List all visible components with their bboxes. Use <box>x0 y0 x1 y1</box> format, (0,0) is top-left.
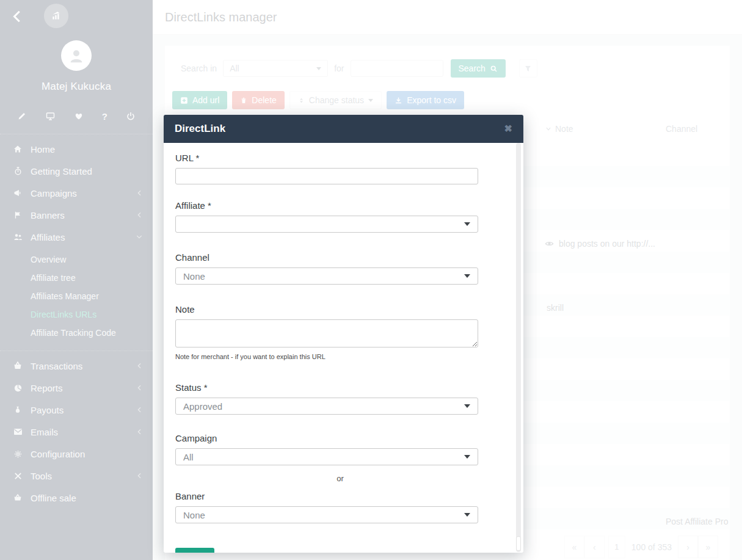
campaign-field-group: Campaign All <box>175 433 478 465</box>
banner-label: Banner <box>175 491 478 501</box>
campaign-label: Campaign <box>175 433 478 443</box>
note-hint: Note for merchant - if you want to expla… <box>175 353 478 360</box>
status-field-group: Status * Approved <box>175 382 478 415</box>
url-input[interactable] <box>175 168 478 184</box>
status-label: Status * <box>175 382 478 393</box>
note-field-group: Note Note for merchant - if you want to … <box>175 304 478 360</box>
affiliate-label: Affiliate * <box>175 200 478 211</box>
chevron-down-icon <box>464 455 470 459</box>
save-button[interactable]: Save <box>175 548 214 553</box>
banner-field-group: Banner None <box>175 491 478 523</box>
modal-body: URL * Affiliate * Channel None Note Note… <box>164 143 523 553</box>
note-label: Note <box>175 304 478 315</box>
modal-title: DirectLink <box>175 123 504 135</box>
chevron-down-icon <box>464 274 470 278</box>
chevron-down-icon <box>464 513 470 517</box>
banner-select[interactable]: None <box>175 506 478 523</box>
status-select[interactable]: Approved <box>175 398 478 415</box>
url-field-group: URL * <box>175 153 478 184</box>
campaign-select[interactable]: All <box>175 448 478 465</box>
directlink-modal: DirectLink ✖ URL * Affiliate * Channel N… <box>164 115 523 553</box>
modal-header: DirectLink ✖ <box>164 115 523 143</box>
channel-label: Channel <box>175 252 478 263</box>
modal-scrollbar[interactable] <box>516 143 521 552</box>
or-separator: or <box>175 474 505 483</box>
close-icon[interactable]: ✖ <box>504 124 512 134</box>
channel-field-group: Channel None <box>175 252 478 285</box>
affiliate-field-group: Affiliate * <box>175 200 478 233</box>
note-textarea[interactable] <box>175 319 478 347</box>
chevron-down-icon <box>464 222 470 226</box>
url-label: URL * <box>175 153 478 163</box>
chevron-down-icon <box>464 404 470 408</box>
channel-select[interactable]: None <box>175 267 478 285</box>
modal-scrollbar-thumb[interactable] <box>516 536 521 551</box>
affiliate-select[interactable] <box>175 216 478 233</box>
